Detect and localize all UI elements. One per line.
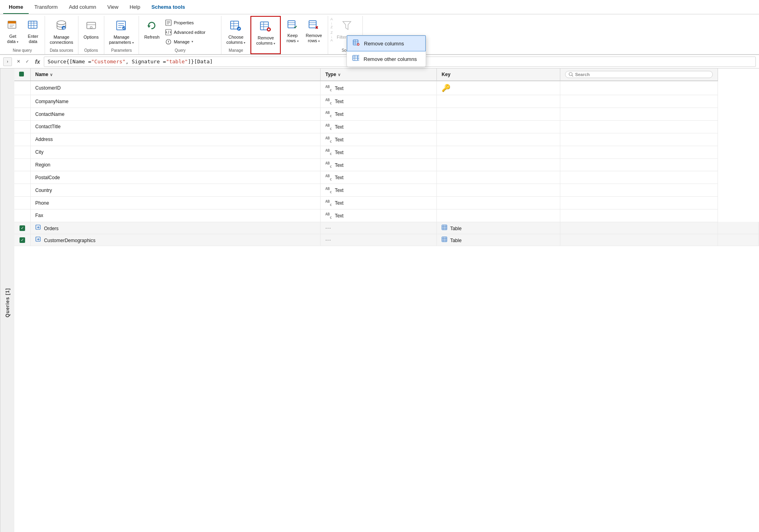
table-row[interactable]: CityABc Text [14, 146, 759, 158]
tab-schema-tools[interactable]: Schema tools [146, 1, 191, 14]
svg-rect-56 [442, 225, 447, 230]
row-type-cell: ABc Text [320, 133, 436, 146]
ellipsis-icon[interactable]: ··· [325, 225, 331, 231]
tab-add-column[interactable]: Add column [63, 1, 102, 14]
svg-line-26 [168, 31, 169, 34]
row-type: Table [437, 234, 560, 246]
row-type-cell: ABc Text [320, 197, 436, 209]
formula-code-1: Source{[Name = [47, 59, 91, 65]
remove-columns-button[interactable]: Removecolumns ▾ [254, 18, 278, 47]
row-name-text: Orders [44, 226, 59, 231]
table-row[interactable]: AddressABc Text [14, 133, 759, 146]
manage-connections-button[interactable]: ⚙ Manageconnections [47, 18, 76, 47]
refresh-label: Refresh [144, 35, 160, 40]
remove-columns-menu-label: Remove columns [364, 41, 404, 47]
row-checkbox-cell [14, 133, 30, 146]
row-check[interactable]: ✓ [14, 222, 30, 234]
type-label: Text [335, 162, 344, 168]
enter-data-button[interactable]: Enterdata [24, 18, 42, 46]
row-checkbox-checked: ✓ [20, 237, 25, 243]
dropdown-item-remove-columns[interactable]: Remove columns [347, 35, 426, 51]
sort-az-icon: A↓Z [331, 18, 333, 29]
svg-rect-45 [309, 21, 316, 28]
row-key-empty [560, 234, 718, 246]
row-name: CustomerDemographics [30, 234, 320, 246]
th-name-chevron: ∨ [50, 72, 53, 77]
keep-rows-button[interactable]: Keeprows ▾ [283, 18, 301, 45]
get-data-button[interactable]: Getdata ▾ [2, 18, 23, 46]
row-name-cell: City [30, 146, 320, 158]
th-checkbox [14, 68, 30, 81]
th-type-chevron: ∨ [338, 72, 340, 77]
table-row-bottom[interactable]: ✓ Orders ··· Table [14, 222, 759, 234]
tab-home[interactable]: Home [3, 1, 29, 14]
tab-help[interactable]: Help [124, 1, 146, 14]
properties-icon [165, 20, 172, 26]
properties-button[interactable]: Properties [163, 18, 219, 27]
formula-confirm-button[interactable]: ✓ [23, 58, 31, 66]
svg-text:⚙: ⚙ [63, 27, 65, 30]
dropdown-item-remove-other-columns[interactable]: Remove other columns [347, 51, 426, 66]
table-row[interactable]: RegionABc Text [14, 158, 759, 171]
remove-rows-button[interactable]: Removerows ▾ [303, 18, 325, 45]
row-key-cell [437, 108, 560, 121]
table-row-bottom[interactable]: ✓ CustomerDemographics ··· Table [14, 234, 759, 246]
row-checkbox-cell [14, 121, 30, 133]
table-row[interactable]: ContactTitleABc Text [14, 121, 759, 133]
table-row[interactable]: ContactNameABc Text [14, 108, 759, 121]
refresh-icon [145, 19, 158, 34]
table-row[interactable]: PostalCodeABc Text [14, 171, 759, 184]
tab-view[interactable]: View [102, 1, 124, 14]
table-row[interactable]: PhoneABc Text [14, 197, 759, 209]
formula-expand-button[interactable]: › [3, 57, 12, 66]
ellipsis-icon[interactable]: ··· [325, 237, 331, 243]
table-type-icon [442, 238, 448, 243]
row-extra-cell [560, 121, 718, 133]
row-extra-cell [560, 171, 718, 184]
th-type[interactable]: Type ∨ [320, 68, 436, 81]
choose-columns-button[interactable]: Choosecolumns ▾ [224, 18, 248, 47]
data-area: Name ∨ Type ∨ Key [14, 68, 759, 532]
type-label: Text [335, 137, 344, 143]
table-row[interactable]: CustomerIDABc Text🔑 [14, 81, 759, 95]
table-row[interactable]: FaxABc Text [14, 209, 759, 222]
search-label: Search [575, 72, 590, 77]
th-name[interactable]: Name ∨ [30, 68, 320, 81]
expand-icon[interactable] [35, 237, 43, 243]
formula-cancel-button[interactable]: ✕ [14, 58, 22, 66]
remove-columns-icon [259, 20, 272, 35]
manage-chevron: ▾ [192, 40, 193, 44]
expand-icon[interactable] [35, 225, 43, 231]
row-key-empty [560, 222, 718, 234]
manage-params-button[interactable]: Manageparameters ▾ [107, 18, 137, 47]
search-box[interactable]: Search [565, 71, 712, 78]
svg-point-51 [569, 72, 572, 76]
ribbon-buttons-remove-columns: Removecolumns ▾ [254, 18, 278, 50]
th-search[interactable]: Search [560, 68, 718, 81]
type-icon: ABc [325, 213, 332, 219]
row-key-cell [437, 133, 560, 146]
svg-rect-12 [87, 22, 96, 29]
manage-query-button[interactable]: Manage ▾ [163, 37, 219, 46]
svg-rect-64 [442, 237, 447, 242]
refresh-button[interactable]: Refresh [141, 18, 162, 41]
options-button[interactable]: Options [81, 18, 102, 41]
row-check[interactable]: ✓ [14, 234, 30, 246]
advanced-editor-button[interactable]: Advanced editor [163, 28, 219, 37]
remove-columns-dropdown-icon [353, 39, 360, 48]
svg-rect-1 [8, 21, 16, 23]
manage-connections-icon: ⚙ [55, 19, 68, 34]
table-row[interactable]: CompanyNameABc Text [14, 95, 759, 108]
tab-transform[interactable]: Transform [29, 1, 63, 14]
table-row[interactable]: CountryABc Text [14, 184, 759, 197]
advanced-editor-icon [165, 29, 172, 35]
row-ellipsis[interactable]: ··· [320, 234, 436, 246]
row-ellipsis[interactable]: ··· [320, 222, 436, 234]
formula-string-1: "Customers" [91, 59, 125, 65]
row-key-cell: 🔑 [437, 81, 560, 95]
sidebar[interactable]: Queries [1] [0, 68, 14, 532]
th-type-label: Type [325, 72, 336, 77]
row-checkbox-checked: ✓ [20, 225, 25, 231]
row-name-cell: ContactTitle [30, 121, 320, 133]
row-name-cell: Phone [30, 197, 320, 209]
